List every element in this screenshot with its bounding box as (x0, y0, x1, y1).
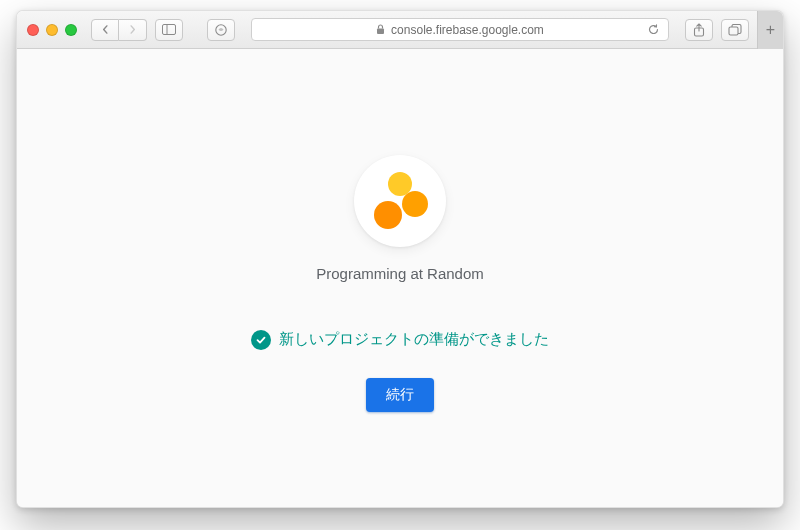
minimize-window-button[interactable] (46, 24, 58, 36)
svg-rect-5 (729, 27, 738, 35)
project-avatar (354, 155, 446, 247)
page-content: Programming at Random 新しいプロジェクトの準備ができました… (17, 49, 783, 507)
reload-button[interactable] (647, 23, 660, 36)
checkmark-icon (251, 330, 271, 350)
address-bar[interactable]: console.firebase.google.com (251, 18, 669, 41)
ready-message: 新しいプロジェクトの準備ができました (279, 330, 549, 349)
window-controls (27, 24, 77, 36)
svg-rect-0 (163, 25, 176, 35)
site-settings-button[interactable] (207, 19, 235, 41)
zoom-window-button[interactable] (65, 24, 77, 36)
sidebar-toggle-button[interactable] (155, 19, 183, 41)
lock-icon (376, 24, 385, 35)
tabs-button[interactable] (721, 19, 749, 41)
project-name: Programming at Random (316, 265, 484, 282)
url-text: console.firebase.google.com (391, 23, 544, 37)
new-tab-button[interactable]: + (757, 11, 783, 49)
forward-button[interactable] (119, 19, 147, 41)
share-button[interactable] (685, 19, 713, 41)
browser-window: console.firebase.google.com + Programmin… (16, 10, 784, 508)
ready-status: 新しいプロジェクトの準備ができました (251, 330, 549, 350)
titlebar: console.firebase.google.com + (17, 11, 783, 49)
nav-buttons (91, 19, 147, 41)
close-window-button[interactable] (27, 24, 39, 36)
avatar-dot (374, 201, 402, 229)
svg-rect-3 (377, 29, 384, 35)
back-button[interactable] (91, 19, 119, 41)
continue-button[interactable]: 続行 (366, 378, 434, 412)
avatar-dot (402, 191, 428, 217)
